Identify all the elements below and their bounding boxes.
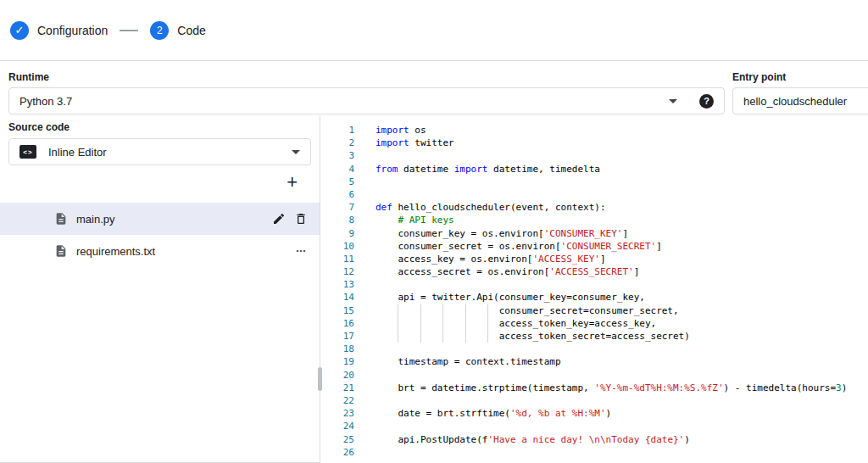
file-row[interactable]: requirements.txt <box>0 235 320 267</box>
code-line: 6 <box>320 188 868 201</box>
line-number: 19 <box>320 355 354 368</box>
line-number: 24 <box>320 420 354 432</box>
line-number: 20 <box>320 369 354 382</box>
source-type-select[interactable]: <> Inline Editor <box>8 138 311 165</box>
create-function-page: ✓ Configuration 2 Code Runtime Python 3.… <box>0 0 868 463</box>
add-file-button[interactable]: + <box>287 173 298 192</box>
help-icon[interactable]: ? <box>699 94 714 109</box>
document-icon <box>54 244 68 258</box>
indent-guide <box>442 317 443 330</box>
code-text: def hello_cloudscheduler(event, context)… <box>376 201 606 214</box>
source-code-panel: Source code <> Inline Editor + main.pyre… <box>0 116 320 463</box>
edit-file-button[interactable] <box>272 212 286 226</box>
code-text: access_secret = os.environ['ACCESS_SECRE… <box>376 265 639 278</box>
indent-guide <box>487 317 488 330</box>
line-number: 26 <box>320 446 354 459</box>
line-number: 14 <box>320 291 354 304</box>
code-text: import os <box>376 124 426 137</box>
code-text: # API keys <box>376 214 454 226</box>
code-line: 5 <box>320 176 868 188</box>
runtime-select[interactable]: Python 3.7 ? <box>8 87 725 114</box>
source-code-label: Source code <box>8 121 320 133</box>
code-line: 17 access_token_secret=access_secret) <box>320 330 868 343</box>
indent-guide <box>465 330 466 343</box>
file-name: main.py <box>76 213 115 226</box>
file-row[interactable]: main.py <box>0 203 320 235</box>
line-number: 13 <box>320 278 354 291</box>
line-number: 5 <box>320 176 354 188</box>
scrollbar-thumb[interactable] <box>318 367 322 391</box>
line-number: 8 <box>320 214 354 226</box>
chevron-down-icon <box>292 150 300 154</box>
code-icon: <> <box>19 145 36 159</box>
runtime-value: Python 3.7 <box>19 95 72 108</box>
line-number: 22 <box>320 394 354 407</box>
code-text: access_token_secret=access_secret) <box>376 330 690 343</box>
code-line: 23 date = brt.strftime('%d, %b at %H:%M'… <box>320 407 868 420</box>
code-text: from datetime import datetime, timedelta <box>376 163 600 176</box>
code-text: import twitter <box>376 137 454 149</box>
code-line: 14 api = twitter.Api(consumer_key=consum… <box>320 291 868 304</box>
indent-guide <box>398 330 398 343</box>
code-line: 26 <box>320 446 868 459</box>
code-line: 22 <box>320 394 868 407</box>
runtime-field: Runtime Python 3.7 ? <box>8 71 725 114</box>
line-number: 9 <box>320 227 354 240</box>
line-number: 4 <box>320 163 354 176</box>
line-number: 17 <box>320 330 354 343</box>
code-line: 7def hello_cloudscheduler(event, context… <box>320 201 868 214</box>
more-options-icon <box>294 244 308 258</box>
code-editor[interactable]: 1import os2import twitter34from datetime… <box>320 116 868 463</box>
step-code[interactable]: 2 Code <box>150 21 205 40</box>
line-number: 2 <box>320 137 354 149</box>
code-line: 21 brt = datetime.strptime(timestamp, '%… <box>320 382 868 394</box>
code-line: 8 # API keys <box>320 214 868 226</box>
stepper: ✓ Configuration 2 Code <box>0 0 868 61</box>
step-connector <box>120 30 138 31</box>
indent-guide <box>420 330 421 343</box>
document-icon <box>54 212 68 226</box>
code-line: 1import os <box>320 124 868 137</box>
line-number: 18 <box>320 343 354 355</box>
delete-file-button[interactable] <box>294 212 308 226</box>
more-file-button[interactable] <box>294 244 308 258</box>
code-text: consumer_secret=consumer_secret, <box>376 304 679 317</box>
runtime-label: Runtime <box>8 71 725 83</box>
code-line: 3 <box>320 149 868 162</box>
code-text: timestamp = context.timestamp <box>376 355 561 368</box>
step-configuration[interactable]: ✓ Configuration <box>10 21 108 40</box>
file-toolbar: + <box>0 165 320 203</box>
indent-guide <box>398 304 398 317</box>
code-line: 18 <box>320 343 868 355</box>
indent-guide <box>442 330 443 343</box>
code-line: 13 <box>320 278 868 291</box>
code-line: 4from datetime import datetime, timedelt… <box>320 163 868 176</box>
code-section: Source code <> Inline Editor + main.pyre… <box>0 116 868 463</box>
code-line: 16 access_token_key=access_key, <box>320 317 868 330</box>
file-name: requirements.txt <box>76 245 155 258</box>
step-complete-check-icon: ✓ <box>10 21 29 40</box>
code-line: 11 access_key = os.environ['ACCESS_KEY'] <box>320 253 868 265</box>
code-text: consumer_secret = os.environ['CONSUMER_S… <box>376 240 662 253</box>
code-line: 19 timestamp = context.timestamp <box>320 355 868 368</box>
entry-point-label: Entry point <box>732 71 868 83</box>
code-text: api = twitter.Api(consumer_key=consumer_… <box>376 291 645 304</box>
file-list: main.pyrequirements.txt <box>0 203 320 267</box>
code-line: 25 api.PostUpdate(f'Have a nice day! \n\… <box>320 433 868 446</box>
indent-guide <box>487 330 488 343</box>
file-actions <box>294 244 308 258</box>
delete-trash-icon <box>294 212 308 226</box>
step-configuration-label: Configuration <box>37 24 108 37</box>
code-line: 9 consumer_key = os.environ['CONSUMER_KE… <box>320 227 868 240</box>
code-line: 24 <box>320 420 868 432</box>
entry-point-input[interactable]: hello_cloudscheduler <box>732 87 868 114</box>
line-number: 25 <box>320 433 354 446</box>
line-number: 11 <box>320 253 354 265</box>
code-line: 15 consumer_secret=consumer_secret, <box>320 304 868 317</box>
line-number: 1 <box>320 124 354 137</box>
indent-guide <box>420 304 421 317</box>
entry-point-field: Entry point hello_cloudscheduler <box>732 71 868 114</box>
code-line: 12 access_secret = os.environ['ACCESS_SE… <box>320 265 868 278</box>
code-line: 20 <box>320 369 868 382</box>
code-text: consumer_key = os.environ['CONSUMER_KEY'… <box>376 227 628 240</box>
